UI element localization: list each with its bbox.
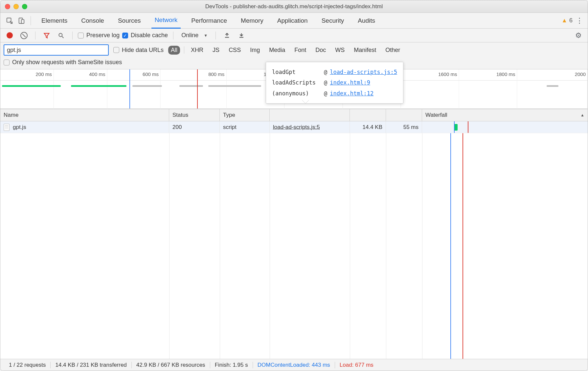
samesite-label: Only show requests with SameSite issues [12, 59, 122, 66]
sort-indicator-icon: ▲ [580, 113, 584, 117]
issues-count: 6 [569, 17, 573, 24]
tick: 800 ms [208, 71, 226, 77]
separator [215, 32, 216, 39]
tab-security[interactable]: Security [318, 13, 348, 29]
tab-elements[interactable]: Elements [38, 13, 71, 29]
at-symbol: @ [324, 67, 327, 77]
cell-time: 55 ms [386, 121, 422, 133]
separator [31, 16, 31, 25]
inspect-element-icon[interactable] [4, 15, 15, 27]
tab-console[interactable]: Console [78, 13, 107, 29]
filter-all[interactable]: All [168, 46, 180, 55]
initiator-link[interactable]: load-ad-scripts.js:5 [273, 124, 320, 131]
checkbox-checked-icon: ✓ [122, 33, 128, 38]
tick: 600 ms [143, 71, 161, 77]
filter-toggle-button[interactable] [41, 30, 53, 41]
stack-frame: loadGpt @ load-ad-scripts.js:5 [272, 67, 397, 77]
preserve-log-label: Preserve log [86, 32, 120, 39]
throttling-value: Online [181, 32, 198, 39]
hide-data-urls-label: Hide data URLs [122, 47, 164, 54]
filter-ws[interactable]: WS [332, 46, 347, 55]
filter-font[interactable]: Font [292, 46, 309, 55]
filter-js[interactable]: JS [210, 46, 222, 55]
issues-counter[interactable]: ▲ 6 [561, 17, 573, 24]
stack-link[interactable]: index.html:12 [330, 88, 373, 99]
col-status[interactable]: Status [169, 109, 220, 121]
stack-link[interactable]: index.html:9 [330, 77, 370, 88]
samesite-checkbox[interactable]: Only show requests with SameSite issues [4, 59, 122, 66]
waterfall-bar [454, 124, 458, 131]
cell-status: 200 [169, 121, 220, 133]
tab-application[interactable]: Application [274, 13, 311, 29]
import-har-button[interactable] [221, 30, 233, 41]
tick: 2000 [575, 71, 588, 77]
file-icon [4, 124, 10, 131]
window-title: DevTools - publisher-ads-audits.glitch.m… [0, 3, 588, 10]
sb-transferred: 14.4 KB / 231 KB transferred [51, 362, 131, 368]
network-table: Name Status Type Waterfall ▲ gpt.js 200 … [0, 109, 588, 359]
dcl-marker [129, 69, 130, 109]
preserve-log-checkbox[interactable]: Preserve log [78, 32, 120, 39]
load-line [463, 133, 463, 359]
sb-finish: Finish: 1.95 s [210, 362, 253, 368]
at-symbol: @ [324, 77, 327, 88]
device-toggle-icon[interactable] [15, 15, 27, 27]
stack-fn: loadAdScripts [272, 77, 321, 88]
sb-resources: 42.9 KB / 667 KB resources [132, 362, 210, 368]
tab-performance[interactable]: Performance [188, 13, 230, 29]
initiator-callstack-tooltip: loadGpt @ load-ad-scripts.js:5 loadAdScr… [266, 62, 403, 104]
col-time[interactable] [386, 109, 422, 121]
tab-network[interactable]: Network [151, 13, 181, 29]
stack-frame: loadAdScripts @ index.html:9 [272, 77, 397, 88]
tab-memory[interactable]: Memory [237, 13, 267, 29]
filter-input[interactable] [4, 44, 109, 56]
stack-fn: loadGpt [272, 67, 321, 77]
filter-css[interactable]: CSS [226, 46, 243, 55]
filter-other[interactable]: Other [383, 46, 403, 55]
checkbox-icon [78, 33, 84, 38]
stack-link[interactable]: load-ad-scripts.js:5 [330, 67, 397, 77]
filter-media[interactable]: Media [266, 46, 288, 55]
col-type[interactable]: Type [220, 109, 270, 121]
devtools-window: DevTools - publisher-ads-audits.glitch.m… [0, 0, 588, 371]
tick: 1800 ms [496, 71, 517, 77]
chevron-down-icon: ▼ [199, 33, 208, 38]
tab-sources[interactable]: Sources [115, 13, 144, 29]
tick: 1600 ms [438, 71, 459, 77]
export-har-button[interactable] [236, 30, 247, 41]
col-name[interactable]: Name [0, 109, 169, 121]
filter-img[interactable]: Img [247, 46, 262, 55]
cell-size: 14.4 KB [350, 121, 386, 133]
disable-cache-checkbox[interactable]: ✓ Disable cache [122, 32, 168, 39]
filter-manifest[interactable]: Manifest [351, 46, 379, 55]
separator [72, 32, 73, 39]
svg-rect-5 [239, 37, 243, 37]
record-button[interactable] [4, 30, 15, 41]
cell-type: script [220, 121, 270, 133]
titlebar: DevTools - publisher-ads-audits.glitch.m… [0, 0, 588, 13]
col-size[interactable] [350, 109, 386, 121]
stack-fn: (anonymous) [272, 88, 321, 99]
hide-data-urls-checkbox[interactable]: Hide data URLs [113, 47, 164, 54]
load-marker [197, 69, 198, 109]
filter-xhr[interactable]: XHR [188, 46, 206, 55]
throttling-select[interactable]: Online ▼ [179, 31, 210, 40]
tick: 200 ms [36, 71, 54, 77]
sb-dcl: DOMContentLoaded: 443 ms [253, 362, 335, 368]
sb-load: Load: 677 ms [335, 362, 378, 368]
col-initiator[interactable] [270, 109, 350, 121]
cell-initiator[interactable]: load-ad-scripts.js:5 [270, 121, 350, 133]
network-toolbar: Preserve log ✓ Disable cache Online ▼ ⚙ [0, 29, 588, 42]
search-button[interactable] [55, 30, 67, 41]
table-header: Name Status Type Waterfall ▲ [0, 109, 588, 121]
svg-rect-4 [225, 37, 229, 37]
tab-audits[interactable]: Audits [354, 13, 378, 29]
more-menu-icon[interactable]: ⋮ [575, 16, 584, 25]
filter-doc[interactable]: Doc [313, 46, 328, 55]
table-row[interactable]: gpt.js 200 script load-ad-scripts.js:5 1… [0, 121, 588, 133]
cell-waterfall [422, 121, 588, 133]
separator [184, 46, 184, 54]
clear-button[interactable] [18, 30, 30, 41]
settings-button[interactable]: ⚙ [573, 30, 584, 41]
col-waterfall[interactable]: Waterfall ▲ [422, 109, 588, 121]
